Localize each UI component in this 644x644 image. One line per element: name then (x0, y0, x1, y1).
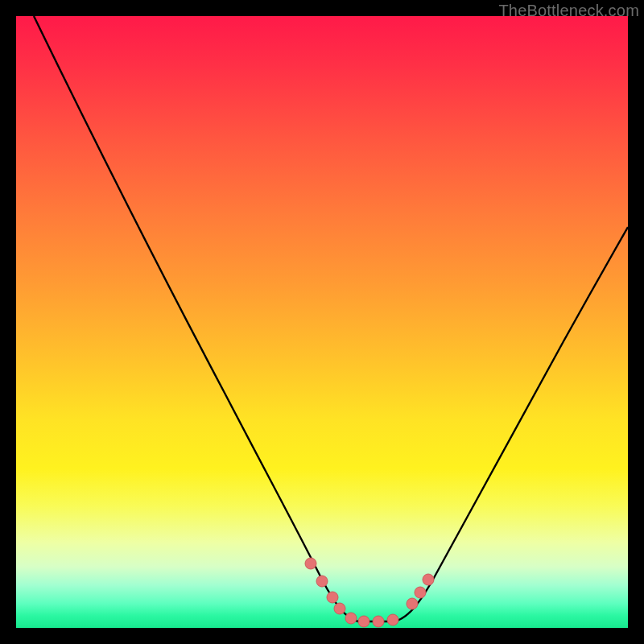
curve-layer (16, 16, 628, 628)
marker (345, 613, 357, 624)
marker (423, 574, 434, 585)
marker (316, 576, 328, 587)
plot-area (16, 16, 628, 628)
marker (305, 558, 316, 569)
marker (334, 603, 345, 614)
outer-frame: TheBottleneck.com (0, 0, 644, 644)
watermark-text: TheBottleneck.com (498, 2, 639, 20)
marker (407, 598, 418, 609)
marker-group (305, 558, 434, 627)
bottleneck-curve (34, 16, 628, 621)
marker (327, 592, 338, 603)
marker (373, 616, 384, 627)
marker (387, 614, 398, 625)
marker (415, 587, 426, 598)
marker (358, 616, 369, 627)
